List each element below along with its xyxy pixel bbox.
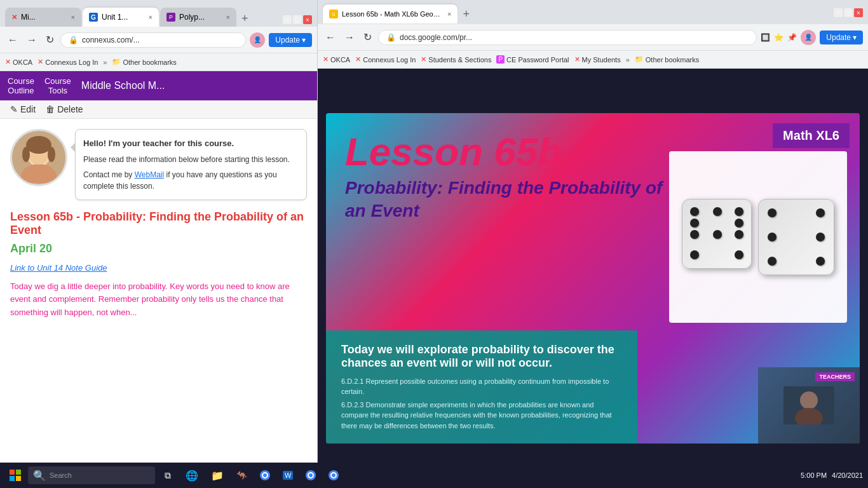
right-tab-bar: S Lesson 65b - Math XL6b Geome... × + − … [318, 0, 868, 24]
clock-date: 4/20/2021 [832, 471, 863, 479]
chrome-app-1[interactable] [255, 465, 275, 485]
right-folder-icon: 📁 [635, 55, 644, 64]
right-maximize-button[interactable]: □ [844, 8, 853, 17]
right-bookmark-ce[interactable]: P CE Password Portal [496, 55, 569, 64]
bookmark-other[interactable]: 📁 Other bookmarks [112, 58, 176, 66]
dice-container [682, 199, 834, 275]
right-bookmarks-more[interactable]: » [626, 56, 630, 64]
bookmark-okca[interactable]: ✕ OKCA [5, 58, 32, 66]
lesson-favicon: S [329, 10, 338, 18]
task-view-icon: ⧉ [165, 470, 171, 481]
chrome-icon-1 [260, 470, 270, 480]
right-minimize-button[interactable]: − [834, 8, 843, 17]
reload-button[interactable]: ↻ [43, 32, 57, 47]
svg-point-5 [22, 147, 30, 162]
unit-favicon: G [89, 13, 98, 22]
chrome-icon-3 [329, 470, 339, 480]
poly-favicon: P [166, 13, 175, 22]
dot-2-2 [816, 208, 825, 217]
die-2 [758, 199, 834, 275]
svg-rect-12 [10, 476, 15, 481]
bookmarks-more[interactable]: » [103, 58, 107, 66]
dot-2-4 [816, 233, 825, 241]
tab-lesson-close[interactable]: × [447, 10, 451, 18]
update-button[interactable]: Update ▾ [269, 33, 312, 47]
edit-button[interactable]: ✎ Edit [10, 104, 36, 114]
mi-favicon: ✕ [11, 13, 17, 22]
delete-label: Delete [57, 104, 83, 114]
tab-lesson[interactable]: S Lesson 65b - Math XL6b Geome... × [323, 4, 458, 24]
course-outline-line1: Course [8, 76, 34, 86]
teacher-greeting: Hello! I'm your teacher for this course. [83, 139, 234, 148]
right-bookmark-other[interactable]: 📁 Other bookmarks [635, 55, 699, 64]
tab-mi[interactable]: ✕ Mi... × [5, 8, 81, 27]
bookmark-connexus[interactable]: ✕ Connexus Log In [37, 58, 98, 66]
ext-icon-3: 📌 [787, 33, 797, 42]
right-address-bar[interactable]: 🔒 docs.google.com/pr... [378, 30, 757, 45]
math-xl6-badge: Math XL6 [773, 123, 850, 148]
dot-1-10 [735, 250, 743, 259]
chrome-app-3[interactable] [323, 465, 344, 485]
chrome-icon-2 [306, 470, 316, 480]
other-bookmarks-label: Other bookmarks [123, 58, 176, 66]
back-button[interactable]: ← [5, 33, 20, 47]
tab-lesson-label: Lesson 65b - Math XL6b Geome... [342, 10, 444, 18]
ms-word-app[interactable]: W [278, 465, 298, 485]
close-button[interactable]: × [303, 15, 312, 24]
dot-1-4 [690, 230, 699, 239]
update-chevron: ▾ [302, 36, 306, 44]
right-bookmark-students[interactable]: ✕ Students & Sections [421, 55, 491, 64]
chrome-app-2[interactable] [301, 465, 321, 485]
webmail-link[interactable]: WebMail [135, 170, 164, 179]
slide-lesson-number: Lesson 65b [345, 132, 663, 172]
dot-1-7 [690, 219, 699, 227]
right-bookmarks-bar: ✕ OKCA ✕ Connexus Log In ✕ Students & Se… [318, 51, 868, 69]
page-content: Hello! I'm your teacher for this course.… [0, 119, 317, 467]
right-back-button[interactable]: ← [323, 30, 338, 44]
tab-poly-label: Polyp... [179, 13, 205, 22]
tab-mi-label: Mi... [21, 13, 36, 22]
maximize-button[interactable]: □ [293, 15, 302, 24]
tab-mi-close[interactable]: × [71, 13, 75, 21]
note-guide-link[interactable]: Link to Unit 14 Note Guide [10, 263, 307, 273]
dot-1-8 [735, 219, 743, 227]
course-tools-nav[interactable]: Course Tools [44, 76, 71, 95]
minimize-button[interactable]: − [283, 15, 292, 24]
course-tools-line2: Tools [44, 86, 71, 95]
teacher-avatar [10, 129, 67, 186]
tab-unit-close[interactable]: × [149, 13, 153, 21]
dot-2-5 [768, 257, 776, 266]
kangaroo-app-icon[interactable]: 🦘 [231, 465, 252, 485]
taskbar-search-box[interactable]: 🔍 Search [28, 466, 155, 484]
start-button[interactable] [5, 465, 25, 485]
tab-poly-close[interactable]: × [226, 13, 230, 21]
dice-image-area [669, 151, 847, 323]
die-1 [682, 199, 752, 269]
right-close-button[interactable]: × [854, 8, 863, 17]
right-bookmark-mystudents[interactable]: ✕ My Students [574, 55, 621, 64]
right-bookmark-connexus[interactable]: ✕ Connexus Log In [355, 55, 416, 64]
svg-rect-10 [10, 470, 15, 475]
tab-poly[interactable]: P Polyp... × [160, 8, 236, 27]
new-tab-button[interactable]: + [238, 11, 252, 27]
right-forward-button[interactable]: → [342, 30, 357, 44]
right-update-button[interactable]: Update ▾ [820, 30, 863, 44]
lesson-date: April 20 [10, 242, 307, 255]
tab-unit[interactable]: G Unit 1... × [83, 8, 159, 27]
folder-icon: 📁 [112, 58, 121, 66]
teacher-message2: Contact me by WebMail if you have any qu… [83, 169, 299, 192]
svg-rect-13 [16, 476, 21, 481]
right-new-tab-button[interactable]: + [459, 6, 473, 22]
course-outline-nav[interactable]: Course Outline [8, 76, 34, 95]
search-icon: 🔍 [33, 470, 46, 482]
forward-button[interactable]: → [24, 33, 39, 47]
task-view-button[interactable]: ⧉ [158, 465, 178, 485]
edge-browser-app[interactable]: 🌐 [180, 465, 203, 485]
right-reload-button[interactable]: ↻ [361, 30, 374, 44]
right-nav-bar: ← → ↻ 🔒 docs.google.com/pr... 🔲 ⭐ 📌 👤 Up… [318, 24, 868, 51]
file-explorer-app[interactable]: 📁 [206, 465, 229, 485]
right-bookmark-okca[interactable]: ✕ OKCA [323, 55, 350, 64]
address-bar[interactable]: 🔒 connexus.com/... [60, 32, 246, 48]
delete-button[interactable]: 🗑 Delete [46, 104, 83, 114]
right-connexus-icon: ✕ [355, 55, 361, 64]
